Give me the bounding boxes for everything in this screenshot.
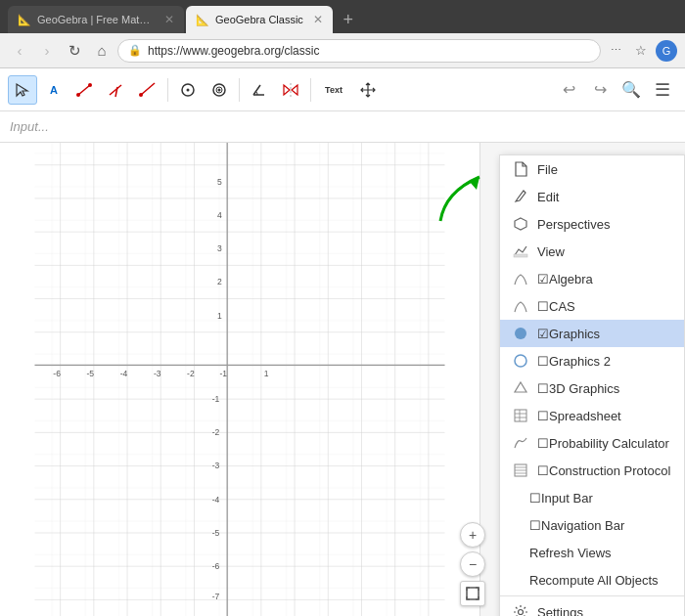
- menu-graphics-label: ☑Graphics: [537, 327, 672, 341]
- menu-item-graphics2[interactable]: ☐Graphics 2: [500, 347, 684, 374]
- perp-tool[interactable]: [102, 75, 131, 105]
- menu-item-edit[interactable]: Edit: [500, 183, 684, 210]
- svg-marker-46: [515, 382, 526, 392]
- menu-item-file[interactable]: File: [500, 155, 684, 183]
- back-button[interactable]: ‹: [8, 39, 31, 63]
- menu-button[interactable]: ☰: [648, 75, 677, 105]
- tab1-close[interactable]: ✕: [164, 13, 174, 26]
- redo-button[interactable]: ↪: [585, 75, 615, 105]
- svg-rect-43: [514, 254, 527, 257]
- svg-rect-47: [515, 410, 526, 421]
- menu-item-spreadsheet[interactable]: ☐Spreadsheet: [500, 402, 684, 429]
- separator2: [239, 78, 240, 102]
- address-bar[interactable]: 🔒 https://www.geogebra.org/classic: [117, 39, 601, 63]
- svg-text:-5: -5: [87, 369, 95, 378]
- menu-item-refresh[interactable]: Refresh Views: [500, 539, 684, 566]
- tab2-close[interactable]: ✕: [313, 13, 323, 26]
- menu-cas-label: ☐CAS: [537, 299, 672, 314]
- svg-marker-42: [515, 218, 526, 230]
- svg-marker-0: [17, 84, 27, 96]
- svg-text:-2: -2: [212, 427, 220, 437]
- svg-point-9: [187, 88, 190, 91]
- svg-marker-15: [284, 85, 290, 95]
- forward-button[interactable]: ›: [35, 39, 59, 63]
- reflect-tool[interactable]: [276, 75, 305, 105]
- menu-item-settings[interactable]: Settings: [500, 598, 684, 616]
- line-tool[interactable]: [70, 75, 100, 105]
- address-text: https://www.geogebra.org/classic: [148, 44, 590, 58]
- settings-icon: [512, 603, 529, 616]
- svg-text:-2: -2: [187, 369, 195, 378]
- graph-area[interactable]: -6 -5 -4 -3 -2 -1 1 5 4 3 2 1 -1 -2 -3: [0, 143, 480, 616]
- profile-button[interactable]: G: [656, 40, 677, 62]
- search-button[interactable]: 🔍: [616, 75, 646, 105]
- menu-graphics2-label: ☐Graphics 2: [537, 354, 672, 369]
- svg-text:-4: -4: [212, 495, 220, 505]
- nav-bar: ‹ › ↻ ⌂ 🔒 https://www.geogebra.org/class…: [0, 33, 685, 68]
- refresh-button[interactable]: ↻: [63, 39, 86, 63]
- text-tool[interactable]: Text: [316, 75, 351, 105]
- menu-spreadsheet-label: ☐Spreadsheet: [537, 409, 672, 423]
- ray-tool[interactable]: [133, 75, 162, 105]
- tab1-favicon: 📐: [18, 14, 31, 26]
- svg-text:-7: -7: [212, 592, 220, 601]
- menu-edit-label: Edit: [537, 190, 672, 204]
- menu-item-cas[interactable]: ☐CAS: [500, 292, 684, 320]
- svg-text:1: 1: [217, 311, 222, 321]
- menu-item-3dgraphics[interactable]: ☐3D Graphics: [500, 374, 684, 402]
- menu-divider1: [500, 595, 684, 596]
- spreadsheet-icon: [512, 407, 529, 424]
- menu-algebra-label: ☑Algebra: [537, 272, 672, 286]
- move-tool[interactable]: [353, 75, 383, 105]
- menu-item-construction[interactable]: ☐Construction Protocol: [500, 457, 684, 484]
- svg-text:1: 1: [264, 369, 269, 378]
- arrow-annotation: [426, 162, 504, 231]
- tab2-label: GeoGebra Classic: [215, 14, 303, 25]
- edit-icon: [512, 188, 529, 205]
- home-button[interactable]: ⌂: [90, 39, 114, 63]
- zoom-in-button[interactable]: +: [460, 522, 485, 548]
- menu-construction-label: ☐Construction Protocol: [537, 463, 672, 478]
- menu-refresh-label: Refresh Views: [529, 546, 672, 560]
- svg-text:5: 5: [217, 177, 222, 187]
- menu-inputbar-label: ☐Input Bar: [529, 491, 672, 506]
- menu-item-recompute[interactable]: Recompute All Objects: [500, 566, 684, 594]
- perspectives-icon: [512, 215, 529, 233]
- extensions-button[interactable]: ⋯: [605, 40, 626, 62]
- tab-bar: 📐 GeoGebra | Free Math Apps -... ✕ 📐 Geo…: [0, 0, 685, 33]
- tab-2[interactable]: 📐 GeoGebra Classic ✕: [186, 6, 333, 33]
- circle2-tool[interactable]: [205, 75, 234, 105]
- bookmark-button[interactable]: ☆: [630, 40, 652, 62]
- svg-text:2: 2: [217, 277, 222, 286]
- svg-point-2: [76, 93, 80, 97]
- input-placeholder: Input...: [10, 119, 49, 134]
- menu-item-inputbar[interactable]: ☐Input Bar: [500, 484, 684, 511]
- tab-1[interactable]: 📐 GeoGebra | Free Math Apps -... ✕: [8, 6, 184, 33]
- svg-text:3: 3: [217, 243, 222, 253]
- svg-text:-3: -3: [154, 369, 161, 378]
- new-tab-button[interactable]: +: [335, 6, 362, 33]
- input-bar[interactable]: Input...: [0, 111, 685, 143]
- undo-button[interactable]: ↩: [554, 75, 583, 105]
- svg-text:-3: -3: [212, 461, 220, 470]
- fullscreen-button[interactable]: [460, 581, 485, 606]
- angle-tool[interactable]: [245, 75, 274, 105]
- 3dgraphics-icon: [512, 379, 529, 397]
- menu-item-graphics[interactable]: ☑Graphics: [500, 320, 684, 347]
- menu-recompute-label: Recompute All Objects: [529, 573, 672, 588]
- cursor-tool[interactable]: [8, 75, 37, 105]
- svg-point-3: [88, 83, 92, 87]
- menu-view-label: View: [537, 244, 672, 259]
- circle-tool[interactable]: [173, 75, 203, 105]
- menu-item-view[interactable]: View: [500, 238, 684, 265]
- menu-item-probability[interactable]: ☐Probability Calculator: [500, 429, 684, 457]
- zoom-out-button[interactable]: −: [460, 551, 485, 577]
- svg-text:-4: -4: [120, 369, 128, 378]
- dropdown-menu: File Edit Perspectives: [499, 154, 685, 616]
- app-area: A Text: [0, 68, 685, 616]
- menu-item-perspectives[interactable]: Perspectives: [500, 210, 684, 238]
- menu-item-navbar[interactable]: ☐Navigation Bar: [500, 511, 684, 539]
- menu-item-algebra[interactable]: ☑Algebra: [500, 265, 684, 292]
- algebra-icon: [512, 270, 529, 287]
- point-tool[interactable]: A: [39, 75, 68, 105]
